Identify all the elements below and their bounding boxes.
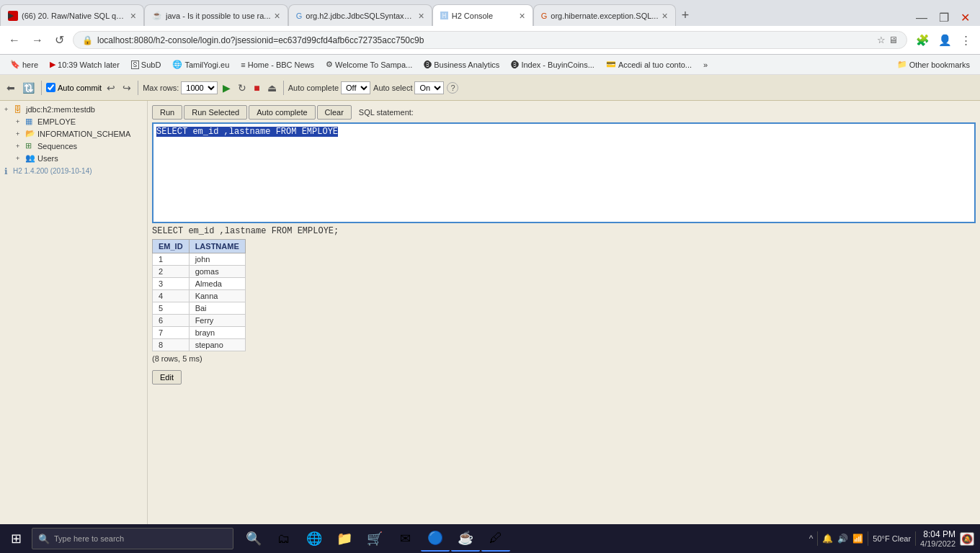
taskbar-app-search[interactable]: 🔍 [239, 526, 268, 552]
table-cell: john [189, 253, 245, 266]
taskbar: ⊞ 🔍 Type here to search 🔍 🗂 🌐 📁 🛒 ✉ 🔵 ☕ … [0, 524, 980, 553]
taskbar-app-mail[interactable]: ✉ [391, 526, 419, 552]
sidebar-item-info-schema[interactable]: + 📂 INFORMATION_SCHEMA [14, 127, 144, 140]
wifi-icon[interactable]: 📶 [852, 534, 863, 544]
taskbar-clock[interactable]: 8:04 PM 4/19/2022 [920, 529, 956, 548]
bookmark-tamilyogi[interactable]: 🌐 TamilYogi.eu [168, 58, 233, 71]
cast-icon[interactable]: 🖥 [888, 35, 898, 45]
bookmark-label-ac: Accedi al tuo conto... [618, 60, 692, 69]
bookmark-youtube[interactable]: ▶ 10:39 Watch later [45, 58, 124, 71]
taskbar-app-explorer[interactable]: 📁 [330, 526, 359, 552]
result-meta: (8 rows, 5 ms) [152, 354, 976, 363]
taskbar-app-chrome[interactable]: 🔵 [421, 526, 450, 552]
h2-toolbar: ⬅ 🔃 Auto commit ↩ ↪ Max rows: 1000 100 5… [0, 75, 980, 101]
maximize-button[interactable]: ❐ [935, 9, 953, 26]
bookmark-subd[interactable]: 🅂 SubD [127, 59, 166, 71]
nav-left-icon[interactable]: ⬅ [4, 81, 17, 95]
autoselect-select[interactable]: On Off [414, 81, 444, 94]
more-button[interactable]: ⋮ [958, 32, 974, 48]
bookmark-label-bc: Index - BuyinCoins... [521, 60, 594, 69]
bookmark-here[interactable]: 🔖 here [6, 58, 43, 71]
autocomplete-group: Auto complete Off On [288, 81, 370, 94]
result-table: EM_ID LASTNAME 1john2gomas3Almeda4Kanna5… [152, 239, 246, 351]
users-label: Users [37, 154, 58, 163]
tab-2[interactable]: ☕ java - Is it possible to use ra... × [144, 4, 288, 26]
bookmark-analytics[interactable]: 🅑 Business Analytics [419, 59, 504, 71]
chevron-up-icon[interactable]: ^ [809, 534, 814, 544]
max-rows-select[interactable]: 1000 100 500 5000 [181, 81, 218, 94]
tab-3[interactable]: G org.h2.jdbc.JdbcSQLSyntaxE... × [288, 4, 432, 26]
url-bar[interactable]: 🔒 localhost:8080/h2-console/login.do?jse… [73, 31, 907, 49]
forward-button[interactable]: → [29, 32, 46, 48]
taskbar-app-edge[interactable]: 🌐 [300, 526, 329, 552]
bookmark-accedi[interactable]: 💳 Accedi al tuo conto... [602, 58, 696, 71]
toolbar-separator-3 [283, 81, 284, 95]
taskbar-app-pen[interactable]: 🖊 [481, 526, 510, 552]
bookmark-favicon-yt: ▶ [50, 60, 55, 69]
tab-close-5[interactable]: × [662, 10, 667, 22]
new-tab-button[interactable]: + [676, 5, 695, 26]
sidebar-item-sequences[interactable]: + ⊞ Sequences [14, 140, 144, 152]
sidebar-item-employe[interactable]: + ▦ EMPLOYE [14, 115, 144, 127]
result-area: SELECT em_id ,lastname FROM EMPLOYE; EM_… [152, 226, 976, 520]
clear-button[interactable]: Clear [317, 105, 352, 120]
help-button[interactable]: ? [447, 82, 458, 94]
sql-statement-label: SQL statement: [359, 108, 414, 117]
tab-1[interactable]: ▶ (66) 20. Raw/Native SQL que... × [0, 4, 144, 26]
tab-close-4[interactable]: × [520, 10, 525, 22]
start-button[interactable]: ⊞ [3, 526, 29, 552]
table-row: 8stepano [153, 339, 246, 351]
bookmark-more[interactable]: » [699, 59, 712, 71]
bookmark-bbc[interactable]: ≡ Home - BBC News [236, 59, 318, 71]
minimize-button[interactable]: — [912, 10, 932, 26]
tab-close-2[interactable]: × [275, 10, 280, 22]
sequences-label: Sequences [37, 142, 77, 150]
tab-favicon-2: ☕ [152, 11, 162, 20]
other-bookmarks[interactable]: 📁 Other bookmarks [893, 58, 974, 71]
table-cell: gomas [189, 266, 245, 278]
tab-close-1[interactable]: × [130, 10, 136, 22]
extensions-button[interactable]: 🧩 [913, 32, 932, 48]
db-expand-icon: + [4, 106, 12, 113]
autocommit-checkbox[interactable] [46, 83, 55, 92]
tab-5[interactable]: G org.hibernate.exception.SQL... × [533, 4, 676, 26]
run-button[interactable]: Run [152, 105, 182, 120]
sidebar-db-root[interactable]: + 🗄 jdbc:h2:mem:testdb [3, 104, 144, 115]
tab-4[interactable]: 🅷 H2 Console × [432, 4, 533, 26]
refresh-icon[interactable]: ↻ [236, 81, 249, 95]
notifications-button[interactable]: 🔕 [960, 532, 974, 546]
taskbar-app-java[interactable]: ☕ [451, 526, 480, 552]
reload-button[interactable]: ↺ [52, 32, 67, 48]
taskbar-app-taskview[interactable]: 🗂 [270, 526, 298, 552]
run-selected-button[interactable]: Run Selected [184, 105, 247, 120]
volume-icon[interactable]: 🔊 [837, 534, 848, 544]
bookmark-sampa[interactable]: ⚙ Welcome To Sampa... [321, 58, 416, 71]
taskbar-search[interactable]: 🔍 Type here to search [32, 528, 233, 549]
bookmark-favicon-here: 🔖 [10, 60, 20, 69]
table-row: 4Kanna [153, 290, 246, 302]
tab-close-3[interactable]: × [419, 10, 424, 22]
run-icon[interactable]: ▶ [220, 81, 233, 95]
close-window-button[interactable]: ✕ [956, 9, 974, 26]
notification-bell-icon[interactable]: 🔔 [822, 534, 833, 544]
sql-editor[interactable]: SELECT em_id ,lastname FROM EMPLOYE [152, 122, 976, 223]
taskbar-search-icon: 🔍 [38, 534, 50, 544]
rollback-icon[interactable]: ↩ [104, 81, 117, 95]
disconnect-icon[interactable]: ⏏ [265, 81, 279, 95]
sidebar-item-users[interactable]: + 👥 Users [14, 152, 144, 164]
profile-button[interactable]: 👤 [935, 32, 955, 48]
edit-button[interactable]: Edit [152, 370, 182, 385]
nav-right-icon[interactable]: 🔃 [20, 81, 37, 95]
autocomplete-select[interactable]: Off On [341, 81, 370, 94]
bookmark-label-here: here [22, 60, 38, 69]
employe-expand-icon: + [16, 118, 23, 125]
back-button[interactable]: ← [6, 32, 23, 48]
auto-complete-button[interactable]: Auto complete [249, 105, 315, 120]
commit-icon[interactable]: ↪ [120, 81, 133, 95]
users-expand-icon: + [16, 155, 23, 162]
stop-icon[interactable]: ■ [251, 81, 262, 95]
bookmark-star-icon[interactable]: ☆ [877, 35, 886, 45]
autocommit-checkbox-label[interactable]: Auto commit [46, 83, 102, 92]
taskbar-app-store[interactable]: 🛒 [360, 526, 389, 552]
bookmark-buyincoins[interactable]: 🅑 Index - BuyinCoins... [507, 59, 599, 71]
